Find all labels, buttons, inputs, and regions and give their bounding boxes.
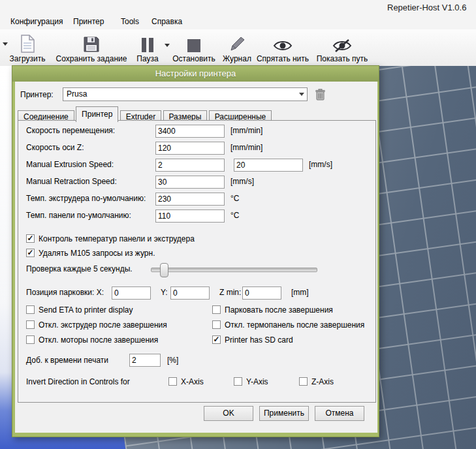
invert-z-checkbox[interactable]	[299, 377, 308, 386]
show-travel-label: Показать путь	[311, 54, 373, 63]
menu-help[interactable]: Справка	[148, 14, 186, 29]
manual-extrusion-unit: [mm/s]	[309, 160, 332, 169]
hide-filament-button[interactable]: Спрятать нить	[255, 32, 311, 63]
log-label: Журнал	[218, 54, 256, 63]
cancel-button[interactable]: Отмена	[315, 406, 364, 421]
load-label: Загрузить	[5, 54, 50, 63]
park-y-label: Y:	[161, 288, 168, 297]
window-title: Repetier-Host V1.0.6	[387, 3, 466, 12]
z-feedrate-label: Скорость оси Z:	[26, 143, 84, 152]
park-y-input[interactable]	[170, 286, 210, 300]
manual-retraction-speed-input[interactable]	[155, 176, 225, 189]
menu-config[interactable]: Конфигурация	[7, 14, 67, 29]
hide-filament-label: Спрятать нить	[255, 54, 311, 63]
app-window: Repetier-Host V1.0.6 Конфигурация Принте…	[0, 0, 476, 449]
send-eta-label: Send ETA to printer display	[39, 305, 133, 315]
manual-extrusion-speed-input[interactable]	[155, 159, 225, 172]
disable-bed-checkbox[interactable]	[212, 320, 221, 329]
dialog-title: Настройки принтера	[12, 66, 379, 82]
printer-settings-dialog: Настройки принтера Принтер: Prusa Соедин…	[12, 65, 379, 437]
show-travel-button[interactable]: Показать путь	[311, 32, 373, 63]
log-button[interactable]: Журнал	[218, 32, 256, 63]
toolbar: Загрузить Сохранить задание Пауза Остано…	[0, 29, 476, 67]
pause-button[interactable]: Пауза	[131, 32, 164, 63]
invert-y-checkbox[interactable]	[234, 377, 242, 386]
pause-label: Пауза	[131, 54, 164, 63]
remove-m105-label: Удалять M105 запросы из журн.	[39, 249, 155, 258]
document-icon	[5, 32, 50, 53]
checkmark-icon: ✓	[213, 336, 220, 343]
ok-button[interactable]: OK	[204, 406, 253, 421]
disable-motors-label: Откл. моторы после завершения	[39, 335, 158, 345]
save-job-button[interactable]: Сохранить задание	[56, 32, 127, 63]
delete-printer-button[interactable]	[313, 87, 327, 101]
z-feedrate-input[interactable]	[155, 142, 225, 155]
z-feedrate-unit: [mm/min]	[230, 143, 262, 152]
save-job-label: Сохранить задание	[56, 54, 127, 63]
remove-m105-checkbox[interactable]: ✓	[26, 249, 35, 257]
dialog-tabs: Соединение Принтер Extruder Размеры Расш…	[18, 106, 271, 120]
default-bed-temp-input[interactable]	[155, 209, 225, 223]
trash-icon	[315, 89, 325, 101]
park-zmin-label: Z min:	[219, 288, 241, 297]
invert-z-label: Z-Axis	[311, 377, 334, 386]
travel-feedrate-label: Скорость перемещения:	[26, 126, 115, 135]
disable-bed-label: Откл. термопанель после завершения	[225, 320, 364, 330]
window-titlebar: Repetier-Host V1.0.6	[0, 0, 476, 14]
checkmark-icon: ✓	[27, 249, 34, 256]
pencil-icon	[218, 32, 256, 53]
add-print-time-input[interactable]	[129, 354, 161, 367]
add-print-time-unit: [%]	[167, 356, 178, 365]
menu-printer[interactable]: Принтер	[69, 14, 108, 29]
tab-printer[interactable]: Принтер	[76, 106, 118, 122]
eye-icon	[255, 32, 311, 53]
bed-temp-label: Темп. панели по-умолчанию:	[26, 211, 131, 220]
default-extruder-temp-input[interactable]	[155, 193, 225, 206]
manual-retraction-label: Manual Retraction Speed:	[26, 177, 117, 186]
printer-select-value: Prusa	[67, 89, 87, 99]
extruder-temp-label: Темп. экструдера по-умолчанию:	[26, 194, 146, 203]
travel-feedrate-input[interactable]	[155, 125, 225, 138]
printer-label: Принтер:	[20, 90, 54, 99]
manual-extrusion-speed2-input[interactable]	[234, 159, 303, 172]
bed-temp-unit: °C	[230, 211, 239, 220]
invert-x-label: X-Axis	[181, 377, 204, 386]
apply-button[interactable]: Применить	[259, 406, 309, 421]
park-x-input[interactable]	[112, 286, 151, 300]
monitor-temp-label: Контроль температур панели и экструдера	[39, 234, 195, 243]
eye-slash-icon	[311, 32, 373, 53]
disable-motors-checkbox[interactable]	[26, 335, 35, 344]
manual-retraction-unit: [mm/s]	[230, 177, 254, 186]
printer-select[interactable]: Prusa	[63, 87, 308, 101]
travel-feedrate-unit: [mm/min]	[230, 126, 262, 135]
stop-label: Остановить	[168, 54, 219, 63]
manual-extrusion-label: Manual Extrusion Speed:	[26, 160, 114, 169]
extruder-temp-unit: °C	[230, 194, 239, 203]
park-after-job-label: Парковать после завершения	[225, 305, 333, 315]
invert-y-label: Y-Axis	[246, 377, 268, 386]
add-print-time-label: Доб. к времени печати	[26, 356, 108, 365]
slider-thumb[interactable]	[160, 263, 168, 277]
dialog-body: Принтер: Prusa Соединение Принтер Extrud…	[15, 82, 377, 433]
menu-tools[interactable]: Tools	[117, 14, 143, 29]
invert-x-checkbox[interactable]	[168, 377, 177, 386]
park-unit: [mm]	[291, 288, 309, 297]
check-interval-slider[interactable]	[151, 268, 317, 272]
monitor-temp-checkbox[interactable]: ✓	[26, 234, 35, 243]
send-eta-checkbox[interactable]	[26, 305, 35, 314]
invert-direction-label: Invert Direction in Controls for	[26, 377, 130, 386]
load-button[interactable]: Загрузить	[5, 32, 50, 63]
park-after-job-checkbox[interactable]	[212, 305, 221, 314]
checkmark-icon: ✓	[27, 235, 34, 242]
stop-button[interactable]: Остановить	[168, 32, 219, 63]
sd-card-checkbox[interactable]: ✓	[212, 335, 221, 344]
disable-extruder-label: Откл. экструдер после завершения	[39, 320, 167, 330]
park-zmin-input[interactable]	[242, 286, 281, 300]
floppy-icon	[56, 32, 127, 53]
disable-extruder-checkbox[interactable]	[26, 320, 35, 329]
check-interval-label: Проверка каждые 5 секунды.	[26, 264, 133, 273]
sd-card-label: Printer has SD card	[225, 335, 293, 345]
park-position-label: Позиция парковки: X:	[26, 288, 104, 297]
chevron-down-icon	[296, 88, 307, 101]
stop-icon	[168, 32, 219, 53]
